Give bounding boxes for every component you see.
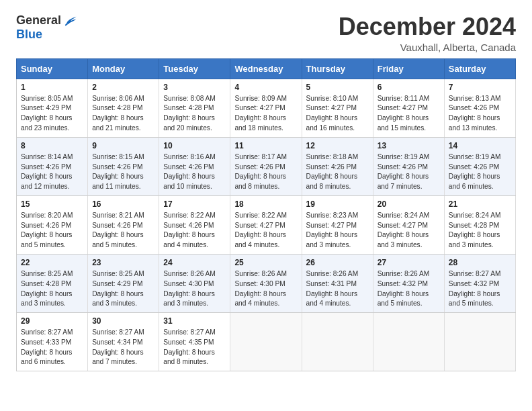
calendar-header-row: SundayMondayTuesdayWednesdayThursdayFrid… <box>17 58 516 79</box>
calendar-cell: 9Sunrise: 8:15 AMSunset: 4:26 PMDaylight… <box>88 137 159 195</box>
day-number: 31 <box>163 316 226 326</box>
day-number: 9 <box>92 141 154 150</box>
calendar-cell <box>230 313 302 371</box>
weekday-header-wednesday: Wednesday <box>230 58 302 79</box>
day-info: Sunrise: 8:24 AMSunset: 4:28 PMDaylight:… <box>449 211 511 250</box>
day-info: Sunrise: 8:16 AMSunset: 4:26 PMDaylight:… <box>163 152 226 192</box>
calendar-cell: 23Sunrise: 8:25 AMSunset: 4:29 PMDayligh… <box>88 254 159 312</box>
day-number: 13 <box>378 141 440 150</box>
day-number: 28 <box>449 258 511 267</box>
day-number: 7 <box>449 83 511 92</box>
calendar-cell: 4Sunrise: 8:09 AMSunset: 4:27 PMDaylight… <box>230 79 302 137</box>
day-info: Sunrise: 8:19 AMSunset: 4:26 PMDaylight:… <box>378 152 440 192</box>
day-number: 2 <box>92 83 154 92</box>
logo-bird-icon <box>62 13 77 28</box>
calendar-cell: 15Sunrise: 8:20 AMSunset: 4:26 PMDayligh… <box>17 195 88 254</box>
day-number: 8 <box>21 141 83 150</box>
calendar-cell: 26Sunrise: 8:26 AMSunset: 4:31 PMDayligh… <box>302 254 373 312</box>
day-number: 18 <box>234 199 297 209</box>
calendar-cell: 13Sunrise: 8:19 AMSunset: 4:26 PMDayligh… <box>373 137 444 195</box>
day-number: 23 <box>92 258 154 267</box>
logo-text-blue: Blue <box>16 28 77 42</box>
weekday-header-sunday: Sunday <box>17 58 88 79</box>
title-block: December 2024 Vauxhall, Alberta, Canada <box>339 13 516 53</box>
calendar-cell: 21Sunrise: 8:24 AMSunset: 4:28 PMDayligh… <box>444 195 515 254</box>
day-number: 27 <box>378 258 440 267</box>
calendar-cell: 5Sunrise: 8:10 AMSunset: 4:27 PMDaylight… <box>302 79 373 137</box>
day-info: Sunrise: 8:25 AMSunset: 4:28 PMDaylight:… <box>21 269 83 309</box>
calendar-week-row: 1Sunrise: 8:05 AMSunset: 4:29 PMDaylight… <box>17 79 516 137</box>
calendar-cell: 28Sunrise: 8:27 AMSunset: 4:32 PMDayligh… <box>444 254 515 312</box>
calendar-cell <box>302 313 373 371</box>
calendar-week-row: 22Sunrise: 8:25 AMSunset: 4:28 PMDayligh… <box>17 254 516 312</box>
day-number: 15 <box>21 199 83 209</box>
calendar-cell: 24Sunrise: 8:26 AMSunset: 4:30 PMDayligh… <box>159 254 230 312</box>
day-info: Sunrise: 8:21 AMSunset: 4:26 PMDaylight:… <box>92 211 154 250</box>
calendar-cell: 10Sunrise: 8:16 AMSunset: 4:26 PMDayligh… <box>159 137 230 195</box>
weekday-header-monday: Monday <box>88 58 159 79</box>
calendar-cell: 16Sunrise: 8:21 AMSunset: 4:26 PMDayligh… <box>88 195 159 254</box>
day-number: 21 <box>449 199 511 209</box>
calendar-week-row: 29Sunrise: 8:27 AMSunset: 4:33 PMDayligh… <box>17 313 516 371</box>
calendar-cell: 31Sunrise: 8:27 AMSunset: 4:35 PMDayligh… <box>159 313 230 371</box>
day-number: 1 <box>21 83 83 92</box>
day-info: Sunrise: 8:27 AMSunset: 4:33 PMDaylight:… <box>21 328 83 367</box>
calendar-cell: 6Sunrise: 8:11 AMSunset: 4:27 PMDaylight… <box>373 79 444 137</box>
day-number: 30 <box>92 316 154 326</box>
day-info: Sunrise: 8:22 AMSunset: 4:26 PMDaylight:… <box>163 211 226 250</box>
day-info: Sunrise: 8:25 AMSunset: 4:29 PMDaylight:… <box>92 269 154 309</box>
day-info: Sunrise: 8:26 AMSunset: 4:30 PMDaylight:… <box>163 269 226 309</box>
day-info: Sunrise: 8:23 AMSunset: 4:27 PMDaylight:… <box>306 211 369 250</box>
calendar-cell: 7Sunrise: 8:13 AMSunset: 4:26 PMDaylight… <box>444 79 515 137</box>
calendar-cell: 30Sunrise: 8:27 AMSunset: 4:34 PMDayligh… <box>88 313 159 371</box>
day-info: Sunrise: 8:09 AMSunset: 4:27 PMDaylight:… <box>234 94 297 134</box>
day-info: Sunrise: 8:27 AMSunset: 4:32 PMDaylight:… <box>449 269 511 309</box>
day-info: Sunrise: 8:05 AMSunset: 4:29 PMDaylight:… <box>21 94 83 134</box>
day-info: Sunrise: 8:18 AMSunset: 4:26 PMDaylight:… <box>306 152 369 192</box>
day-number: 26 <box>306 258 369 267</box>
day-number: 20 <box>378 199 440 209</box>
day-number: 22 <box>21 258 83 267</box>
calendar-cell: 25Sunrise: 8:26 AMSunset: 4:30 PMDayligh… <box>230 254 302 312</box>
day-number: 6 <box>378 83 440 92</box>
weekday-header-tuesday: Tuesday <box>159 58 230 79</box>
day-number: 3 <box>163 83 226 92</box>
day-info: Sunrise: 8:15 AMSunset: 4:26 PMDaylight:… <box>92 152 154 192</box>
logo-text-general: General <box>16 14 61 28</box>
calendar-cell <box>444 313 515 371</box>
day-number: 5 <box>306 83 369 92</box>
day-number: 29 <box>21 316 83 326</box>
day-info: Sunrise: 8:19 AMSunset: 4:26 PMDaylight:… <box>449 152 511 192</box>
calendar-cell: 29Sunrise: 8:27 AMSunset: 4:33 PMDayligh… <box>17 313 88 371</box>
calendar-cell: 17Sunrise: 8:22 AMSunset: 4:26 PMDayligh… <box>159 195 230 254</box>
calendar-table: SundayMondayTuesdayWednesdayThursdayFrid… <box>16 58 516 372</box>
day-info: Sunrise: 8:06 AMSunset: 4:28 PMDaylight:… <box>92 94 154 134</box>
calendar-cell: 1Sunrise: 8:05 AMSunset: 4:29 PMDaylight… <box>17 79 88 137</box>
calendar-week-row: 8Sunrise: 8:14 AMSunset: 4:26 PMDaylight… <box>17 137 516 195</box>
calendar-cell: 11Sunrise: 8:17 AMSunset: 4:26 PMDayligh… <box>230 137 302 195</box>
day-info: Sunrise: 8:10 AMSunset: 4:27 PMDaylight:… <box>306 94 369 134</box>
day-info: Sunrise: 8:20 AMSunset: 4:26 PMDaylight:… <box>21 211 83 250</box>
weekday-header-thursday: Thursday <box>302 58 373 79</box>
calendar-cell: 14Sunrise: 8:19 AMSunset: 4:26 PMDayligh… <box>444 137 515 195</box>
day-info: Sunrise: 8:11 AMSunset: 4:27 PMDaylight:… <box>378 94 440 134</box>
day-info: Sunrise: 8:27 AMSunset: 4:35 PMDaylight:… <box>163 328 226 367</box>
day-info: Sunrise: 8:22 AMSunset: 4:27 PMDaylight:… <box>234 211 297 250</box>
day-number: 24 <box>163 258 226 267</box>
day-info: Sunrise: 8:24 AMSunset: 4:27 PMDaylight:… <box>378 211 440 250</box>
calendar-cell: 8Sunrise: 8:14 AMSunset: 4:26 PMDaylight… <box>17 137 88 195</box>
day-number: 14 <box>449 141 511 150</box>
day-number: 12 <box>306 141 369 150</box>
calendar-cell: 19Sunrise: 8:23 AMSunset: 4:27 PMDayligh… <box>302 195 373 254</box>
day-number: 11 <box>234 141 297 150</box>
calendar-cell: 27Sunrise: 8:26 AMSunset: 4:32 PMDayligh… <box>373 254 444 312</box>
day-number: 19 <box>306 199 369 209</box>
day-info: Sunrise: 8:26 AMSunset: 4:31 PMDaylight:… <box>306 269 369 309</box>
logo: General Blue <box>16 13 77 42</box>
calendar-cell: 2Sunrise: 8:06 AMSunset: 4:28 PMDaylight… <box>88 79 159 137</box>
page-header: General Blue December 2024 Vauxhall, Alb… <box>16 13 516 53</box>
day-info: Sunrise: 8:17 AMSunset: 4:26 PMDaylight:… <box>234 152 297 192</box>
weekday-header-friday: Friday <box>373 58 444 79</box>
day-number: 25 <box>234 258 297 267</box>
location-title: Vauxhall, Alberta, Canada <box>339 42 516 53</box>
